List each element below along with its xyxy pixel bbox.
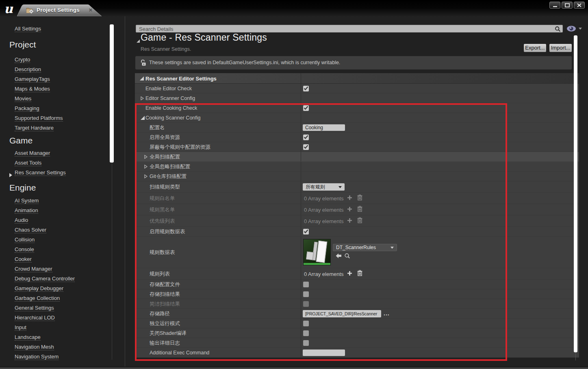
sidebar-item-landscape[interactable]: Landscape bbox=[15, 332, 41, 342]
settings-row-优先级列表: 优先级列表0 Array elements bbox=[135, 215, 579, 227]
tab-project-settings[interactable]: Project Settings ✕ bbox=[17, 4, 102, 16]
sidebar-item-supported-platforms[interactable]: Supported Platforms bbox=[15, 113, 63, 123]
sidebar-item-navigation-mesh[interactable]: Navigation Mesh bbox=[15, 342, 54, 352]
sidebar-item-packaging[interactable]: Packaging bbox=[15, 104, 39, 113]
sidebar-item-collision[interactable]: Collision bbox=[15, 235, 35, 245]
text-field[interactable]: Cooking bbox=[303, 124, 345, 131]
sidebar-item-crowd-manager[interactable]: Crowd Manager bbox=[15, 264, 52, 274]
row-value-cell: DT_ScannerRules bbox=[301, 237, 579, 268]
sidebar-item-description[interactable]: Description bbox=[15, 65, 41, 74]
delete-elements-icon[interactable] bbox=[357, 270, 362, 278]
panel-splitter[interactable] bbox=[125, 16, 125, 367]
row-collapsed-arrow-icon[interactable] bbox=[144, 163, 148, 170]
settings-category-res-scanner-editor-settings[interactable]: Res Scanner Editor Settings bbox=[135, 73, 579, 84]
asset-reference-dropdown[interactable]: DT_ScannerRules bbox=[333, 244, 397, 251]
row-value-cell bbox=[301, 152, 579, 161]
row-value-cell bbox=[301, 227, 579, 236]
row-label-cell: 输出详细日志 bbox=[135, 338, 301, 347]
sidebar-item-all-settings[interactable]: All Settings bbox=[15, 24, 41, 34]
use-selected-asset-icon[interactable] bbox=[336, 253, 342, 260]
sidebar-item-res-scanner-settings[interactable]: Res Scanner Settings bbox=[15, 168, 66, 178]
import-button[interactable]: Import... bbox=[549, 43, 572, 52]
section-collapse-arrow-icon[interactable] bbox=[137, 37, 140, 44]
settings-row-git仓库扫描配置[interactable]: Git仓库扫描配置 bbox=[135, 171, 579, 181]
add-element-icon[interactable] bbox=[347, 195, 352, 202]
sidebar-item-movies[interactable]: Movies bbox=[15, 94, 31, 104]
search-input[interactable]: Search Details bbox=[136, 25, 563, 33]
settings-row-全局忽略扫描配置[interactable]: 全局忽略扫描配置 bbox=[135, 162, 579, 171]
delete-elements-icon[interactable] bbox=[357, 206, 362, 213]
details-scrollbar-thumb[interactable] bbox=[574, 35, 577, 352]
settings-row-简洁扫描结果: 简洁扫描结果 bbox=[135, 299, 579, 309]
sidebar-item-label: Console bbox=[15, 246, 34, 253]
row-collapsed-arrow-icon[interactable] bbox=[144, 153, 148, 161]
row-label: 存储配置文件 bbox=[150, 281, 180, 288]
sidebar-item-target-hardware[interactable]: Target Hardware bbox=[15, 123, 54, 133]
sidebar-item-ai-system[interactable]: AI System bbox=[15, 196, 39, 206]
checkbox-unchecked[interactable] bbox=[303, 301, 309, 307]
row-collapsed-arrow-icon[interactable] bbox=[141, 95, 144, 102]
sidebar-item-console[interactable]: Console bbox=[15, 245, 34, 254]
sidebar-item-navigation-system[interactable]: Navigation System bbox=[15, 352, 59, 362]
data-table-asset-thumbnail[interactable] bbox=[303, 239, 331, 265]
sidebar-item-asset-tools[interactable]: Asset Tools bbox=[15, 158, 41, 168]
delete-elements-icon[interactable] bbox=[357, 217, 362, 225]
settings-row-cooking-scanner-config[interactable]: Cooking Scanner Config bbox=[135, 113, 579, 123]
sidebar-section-game: Game bbox=[9, 135, 33, 147]
path-field[interactable]: [PROJECT_SAVED_DIR]/ResScanner bbox=[303, 310, 381, 317]
row-collapsed-arrow-icon[interactable] bbox=[144, 173, 148, 180]
checkbox-checked[interactable] bbox=[303, 144, 309, 150]
sidebar-item-hierarchical-lod[interactable]: Hierarchical LOD bbox=[15, 313, 55, 323]
sidebar-item-label: Hierarchical LOD bbox=[15, 315, 55, 321]
minimize-button[interactable] bbox=[549, 2, 560, 9]
sidebar-item-input[interactable]: Input bbox=[15, 323, 26, 332]
row-label-cell: 启用规则数据表 bbox=[135, 227, 301, 236]
browse-path-button[interactable]: ... bbox=[384, 310, 390, 316]
sidebar-item-gameplay-debugger[interactable]: Gameplay Debugger bbox=[15, 284, 63, 293]
checkbox-unchecked[interactable] bbox=[303, 340, 309, 346]
sidebar-item-debug-camera-controller[interactable]: Debug Camera Controller bbox=[15, 274, 75, 284]
sidebar-item-chaos-solver[interactable]: Chaos Solver bbox=[15, 225, 46, 235]
settings-row-editor-scanner-config[interactable]: Editor Scanner Config bbox=[135, 93, 579, 103]
row-expanded-arrow-icon[interactable] bbox=[141, 114, 145, 122]
add-element-icon[interactable] bbox=[347, 206, 352, 213]
row-value-cell bbox=[301, 171, 579, 181]
sidebar-item-audio[interactable]: Audio bbox=[15, 215, 28, 225]
browse-to-asset-icon[interactable] bbox=[344, 253, 350, 260]
settings-row-存储配置文件: 存储配置文件 bbox=[135, 280, 579, 289]
view-options-button[interactable] bbox=[566, 25, 582, 33]
add-element-icon[interactable] bbox=[347, 270, 352, 278]
sidebar-item-gameplaytags[interactable]: GameplayTags bbox=[15, 74, 50, 84]
sidebar-item-general-settings[interactable]: General Settings bbox=[15, 303, 54, 313]
delete-elements-icon[interactable] bbox=[357, 194, 362, 202]
close-button[interactable] bbox=[574, 2, 585, 9]
category-expanded-arrow-icon[interactable] bbox=[140, 75, 144, 82]
sidebar-item-maps-modes[interactable]: Maps & Modes bbox=[15, 84, 50, 94]
checkbox-checked[interactable] bbox=[303, 86, 309, 91]
settings-row-additional-exec-command: Additional Exec Command bbox=[135, 348, 579, 358]
checkbox-unchecked[interactable] bbox=[303, 321, 309, 326]
add-element-icon[interactable] bbox=[347, 217, 352, 225]
sidebar-item-crypto[interactable]: Crypto bbox=[15, 55, 30, 65]
checkbox-unchecked[interactable] bbox=[303, 330, 309, 336]
export-button[interactable]: Export... bbox=[523, 43, 547, 52]
tab-close-icon[interactable]: ✕ bbox=[89, 7, 93, 13]
row-value-cell bbox=[301, 319, 579, 328]
sidebar-item-garbage-collection[interactable]: Garbage Collection bbox=[15, 293, 60, 303]
text-field[interactable] bbox=[303, 349, 345, 356]
sidebar-item-cooker[interactable]: Cooker bbox=[15, 254, 32, 264]
sidebar-item-asset-manager[interactable]: Asset Manager bbox=[15, 148, 50, 158]
checkbox-checked[interactable] bbox=[303, 135, 309, 140]
sidebar-item-label: Chaos Solver bbox=[15, 227, 46, 233]
checkbox-checked[interactable] bbox=[303, 229, 309, 234]
sidebar-item-animation[interactable]: Animation bbox=[15, 206, 38, 215]
dropdown-select[interactable]: 所有规则 bbox=[303, 183, 345, 191]
settings-row-全局扫描配置[interactable]: 全局扫描配置 bbox=[135, 152, 579, 162]
checkbox-unchecked[interactable] bbox=[303, 282, 309, 287]
checkbox-unchecked[interactable] bbox=[303, 291, 309, 297]
maximize-button[interactable] bbox=[562, 2, 573, 9]
row-label: Additional Exec Command bbox=[150, 350, 209, 356]
sidebar-item-label: GameplayTags bbox=[15, 76, 50, 82]
sidebar-scrollbar-thumb[interactable] bbox=[110, 24, 114, 163]
checkbox-checked[interactable] bbox=[303, 105, 309, 111]
